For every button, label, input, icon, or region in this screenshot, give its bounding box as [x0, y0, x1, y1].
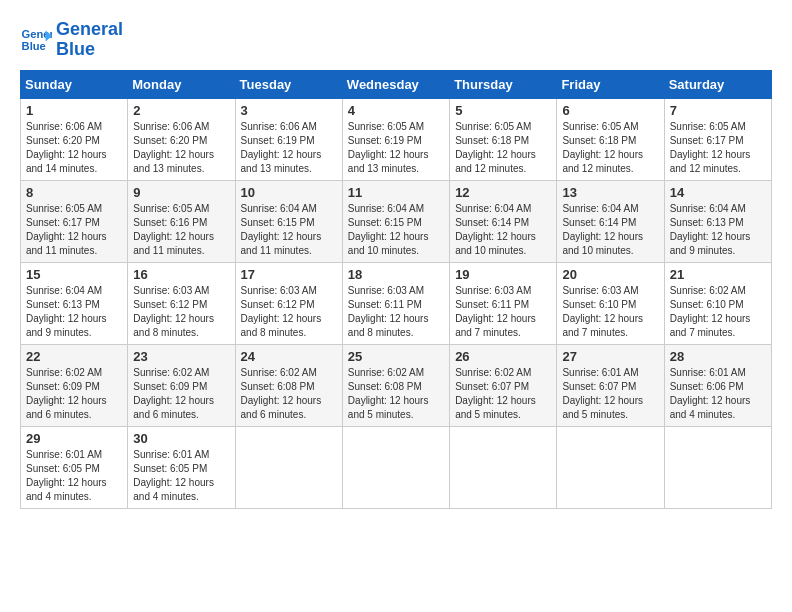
day-info: Sunrise: 6:03 AM Sunset: 6:11 PM Dayligh… [348, 284, 444, 340]
day-info: Sunrise: 6:04 AM Sunset: 6:15 PM Dayligh… [348, 202, 444, 258]
week-row-2: 8 Sunrise: 6:05 AM Sunset: 6:17 PM Dayli… [21, 180, 772, 262]
day-info: Sunrise: 6:05 AM Sunset: 6:18 PM Dayligh… [562, 120, 658, 176]
day-info: Sunrise: 6:03 AM Sunset: 6:12 PM Dayligh… [133, 284, 229, 340]
day-number: 18 [348, 267, 444, 282]
day-number: 11 [348, 185, 444, 200]
day-number: 4 [348, 103, 444, 118]
header-tuesday: Tuesday [235, 70, 342, 98]
day-info: Sunrise: 6:04 AM Sunset: 6:13 PM Dayligh… [670, 202, 766, 258]
day-info: Sunrise: 6:04 AM Sunset: 6:13 PM Dayligh… [26, 284, 122, 340]
day-info: Sunrise: 6:02 AM Sunset: 6:08 PM Dayligh… [348, 366, 444, 422]
day-info: Sunrise: 6:02 AM Sunset: 6:07 PM Dayligh… [455, 366, 551, 422]
calendar-cell [342, 426, 449, 508]
header-saturday: Saturday [664, 70, 771, 98]
day-number: 29 [26, 431, 122, 446]
calendar-cell: 21 Sunrise: 6:02 AM Sunset: 6:10 PM Dayl… [664, 262, 771, 344]
calendar-cell: 6 Sunrise: 6:05 AM Sunset: 6:18 PM Dayli… [557, 98, 664, 180]
calendar-cell: 7 Sunrise: 6:05 AM Sunset: 6:17 PM Dayli… [664, 98, 771, 180]
calendar-cell: 14 Sunrise: 6:04 AM Sunset: 6:13 PM Dayl… [664, 180, 771, 262]
day-number: 10 [241, 185, 337, 200]
day-number: 21 [670, 267, 766, 282]
calendar-cell: 16 Sunrise: 6:03 AM Sunset: 6:12 PM Dayl… [128, 262, 235, 344]
day-number: 27 [562, 349, 658, 364]
logo-text: General Blue [56, 20, 123, 60]
day-info: Sunrise: 6:04 AM Sunset: 6:14 PM Dayligh… [562, 202, 658, 258]
header-friday: Friday [557, 70, 664, 98]
day-info: Sunrise: 6:01 AM Sunset: 6:05 PM Dayligh… [26, 448, 122, 504]
week-row-1: 1 Sunrise: 6:06 AM Sunset: 6:20 PM Dayli… [21, 98, 772, 180]
week-row-4: 22 Sunrise: 6:02 AM Sunset: 6:09 PM Dayl… [21, 344, 772, 426]
day-number: 7 [670, 103, 766, 118]
calendar-cell: 30 Sunrise: 6:01 AM Sunset: 6:05 PM Dayl… [128, 426, 235, 508]
day-info: Sunrise: 6:05 AM Sunset: 6:17 PM Dayligh… [26, 202, 122, 258]
day-number: 1 [26, 103, 122, 118]
calendar-cell [557, 426, 664, 508]
calendar-cell: 12 Sunrise: 6:04 AM Sunset: 6:14 PM Dayl… [450, 180, 557, 262]
day-info: Sunrise: 6:06 AM Sunset: 6:19 PM Dayligh… [241, 120, 337, 176]
day-number: 17 [241, 267, 337, 282]
day-number: 30 [133, 431, 229, 446]
day-info: Sunrise: 6:04 AM Sunset: 6:15 PM Dayligh… [241, 202, 337, 258]
calendar-cell: 26 Sunrise: 6:02 AM Sunset: 6:07 PM Dayl… [450, 344, 557, 426]
svg-text:Blue: Blue [22, 39, 46, 51]
day-number: 9 [133, 185, 229, 200]
calendar-cell: 4 Sunrise: 6:05 AM Sunset: 6:19 PM Dayli… [342, 98, 449, 180]
day-number: 14 [670, 185, 766, 200]
calendar-cell: 18 Sunrise: 6:03 AM Sunset: 6:11 PM Dayl… [342, 262, 449, 344]
calendar-cell: 19 Sunrise: 6:03 AM Sunset: 6:11 PM Dayl… [450, 262, 557, 344]
day-info: Sunrise: 6:04 AM Sunset: 6:14 PM Dayligh… [455, 202, 551, 258]
calendar-cell: 11 Sunrise: 6:04 AM Sunset: 6:15 PM Dayl… [342, 180, 449, 262]
calendar-cell: 27 Sunrise: 6:01 AM Sunset: 6:07 PM Dayl… [557, 344, 664, 426]
day-number: 15 [26, 267, 122, 282]
day-info: Sunrise: 6:03 AM Sunset: 6:12 PM Dayligh… [241, 284, 337, 340]
day-info: Sunrise: 6:03 AM Sunset: 6:11 PM Dayligh… [455, 284, 551, 340]
day-number: 12 [455, 185, 551, 200]
day-info: Sunrise: 6:02 AM Sunset: 6:09 PM Dayligh… [26, 366, 122, 422]
week-row-5: 29 Sunrise: 6:01 AM Sunset: 6:05 PM Dayl… [21, 426, 772, 508]
calendar-cell [450, 426, 557, 508]
day-info: Sunrise: 6:05 AM Sunset: 6:18 PM Dayligh… [455, 120, 551, 176]
day-number: 20 [562, 267, 658, 282]
header-thursday: Thursday [450, 70, 557, 98]
calendar-cell: 17 Sunrise: 6:03 AM Sunset: 6:12 PM Dayl… [235, 262, 342, 344]
day-info: Sunrise: 6:05 AM Sunset: 6:16 PM Dayligh… [133, 202, 229, 258]
logo: General Blue General Blue [20, 20, 123, 60]
day-number: 28 [670, 349, 766, 364]
day-info: Sunrise: 6:03 AM Sunset: 6:10 PM Dayligh… [562, 284, 658, 340]
calendar-cell [664, 426, 771, 508]
header-wednesday: Wednesday [342, 70, 449, 98]
day-info: Sunrise: 6:01 AM Sunset: 6:07 PM Dayligh… [562, 366, 658, 422]
calendar-cell: 23 Sunrise: 6:02 AM Sunset: 6:09 PM Dayl… [128, 344, 235, 426]
day-info: Sunrise: 6:06 AM Sunset: 6:20 PM Dayligh… [133, 120, 229, 176]
header-monday: Monday [128, 70, 235, 98]
day-info: Sunrise: 6:05 AM Sunset: 6:19 PM Dayligh… [348, 120, 444, 176]
day-info: Sunrise: 6:02 AM Sunset: 6:10 PM Dayligh… [670, 284, 766, 340]
calendar-cell: 2 Sunrise: 6:06 AM Sunset: 6:20 PM Dayli… [128, 98, 235, 180]
calendar-cell: 13 Sunrise: 6:04 AM Sunset: 6:14 PM Dayl… [557, 180, 664, 262]
calendar-cell: 9 Sunrise: 6:05 AM Sunset: 6:16 PM Dayli… [128, 180, 235, 262]
calendar-cell: 8 Sunrise: 6:05 AM Sunset: 6:17 PM Dayli… [21, 180, 128, 262]
day-info: Sunrise: 6:02 AM Sunset: 6:09 PM Dayligh… [133, 366, 229, 422]
day-number: 13 [562, 185, 658, 200]
day-number: 26 [455, 349, 551, 364]
day-info: Sunrise: 6:01 AM Sunset: 6:05 PM Dayligh… [133, 448, 229, 504]
day-number: 22 [26, 349, 122, 364]
day-info: Sunrise: 6:06 AM Sunset: 6:20 PM Dayligh… [26, 120, 122, 176]
calendar-cell: 20 Sunrise: 6:03 AM Sunset: 6:10 PM Dayl… [557, 262, 664, 344]
day-info: Sunrise: 6:02 AM Sunset: 6:08 PM Dayligh… [241, 366, 337, 422]
day-number: 2 [133, 103, 229, 118]
calendar-cell: 29 Sunrise: 6:01 AM Sunset: 6:05 PM Dayl… [21, 426, 128, 508]
calendar-cell: 25 Sunrise: 6:02 AM Sunset: 6:08 PM Dayl… [342, 344, 449, 426]
day-number: 3 [241, 103, 337, 118]
calendar-cell: 28 Sunrise: 6:01 AM Sunset: 6:06 PM Dayl… [664, 344, 771, 426]
header-sunday: Sunday [21, 70, 128, 98]
calendar-cell: 24 Sunrise: 6:02 AM Sunset: 6:08 PM Dayl… [235, 344, 342, 426]
day-number: 24 [241, 349, 337, 364]
day-number: 8 [26, 185, 122, 200]
calendar-cell: 15 Sunrise: 6:04 AM Sunset: 6:13 PM Dayl… [21, 262, 128, 344]
page-header: General Blue General Blue [20, 20, 772, 60]
calendar-table: SundayMondayTuesdayWednesdayThursdayFrid… [20, 70, 772, 509]
calendar-header-row: SundayMondayTuesdayWednesdayThursdayFrid… [21, 70, 772, 98]
calendar-cell: 3 Sunrise: 6:06 AM Sunset: 6:19 PM Dayli… [235, 98, 342, 180]
calendar-cell: 22 Sunrise: 6:02 AM Sunset: 6:09 PM Dayl… [21, 344, 128, 426]
